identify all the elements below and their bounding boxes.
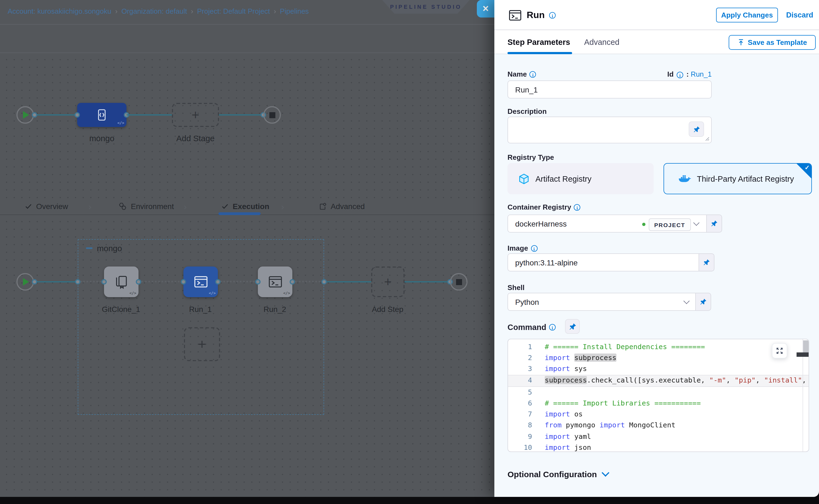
docker-icon bbox=[678, 173, 691, 184]
yaml-code-badge: </> bbox=[117, 121, 124, 125]
info-icon[interactable]: i bbox=[549, 12, 556, 19]
connector-port bbox=[32, 279, 37, 285]
step-label[interactable]: Run_2 bbox=[250, 305, 299, 314]
apply-changes-button[interactable]: Apply Changes bbox=[716, 8, 778, 22]
collapse-group-icon[interactable] bbox=[86, 247, 92, 249]
code-line[interactable]: 3import sys bbox=[508, 364, 809, 375]
dotted-connector bbox=[295, 281, 324, 282]
pin-runtime-input-button[interactable] bbox=[699, 253, 714, 271]
breadcrumb-separator: › bbox=[191, 7, 193, 15]
step-group-mongo bbox=[78, 239, 324, 415]
breadcrumb-link[interactable]: Pipelines bbox=[280, 7, 309, 15]
command-code-editor[interactable]: 1# ====== Install Dependencies ========2… bbox=[508, 339, 809, 452]
tab-advanced[interactable]: Advanced bbox=[584, 38, 620, 47]
add-parallel-step-button[interactable]: + bbox=[184, 327, 220, 361]
save-as-template-button[interactable]: Save as Template bbox=[729, 35, 816, 50]
pin-runtime-input-button[interactable] bbox=[689, 121, 704, 137]
add-step-button[interactable]: + bbox=[371, 267, 404, 297]
container-registry-select[interactable]: dockerHarness PROJECT bbox=[508, 215, 707, 233]
line-number: 3 bbox=[508, 364, 532, 375]
connector-port bbox=[136, 279, 141, 285]
step-label[interactable]: GitClone_1 bbox=[96, 305, 146, 314]
info-icon[interactable]: i bbox=[531, 245, 537, 251]
line-number: 5 bbox=[508, 387, 532, 398]
code-line[interactable]: 2import subprocess bbox=[508, 352, 809, 363]
info-icon[interactable]: i bbox=[574, 204, 581, 210]
active-tab-underline bbox=[218, 212, 260, 215]
tab-execution[interactable]: Execution bbox=[221, 202, 269, 211]
code-line[interactable]: 5 bbox=[508, 387, 809, 398]
code-lines: 1# ====== Install Dependencies ========2… bbox=[508, 339, 809, 452]
panel-title: Run bbox=[527, 10, 545, 21]
description-label-text: Description bbox=[508, 107, 547, 115]
stage-label[interactable]: mongo bbox=[77, 134, 126, 143]
tab-overview[interactable]: Overview bbox=[25, 202, 68, 211]
id-value-link[interactable]: Run_1 bbox=[691, 70, 712, 78]
optional-configuration-toggle[interactable]: Optional Configuration bbox=[508, 470, 609, 479]
line-number: 4 bbox=[508, 375, 532, 386]
chevron-down-icon[interactable] bbox=[693, 220, 700, 226]
image-input[interactable]: python:3.11-alpine bbox=[508, 253, 699, 271]
line-number: 1 bbox=[508, 341, 532, 352]
code-line[interactable]: 9import yaml bbox=[508, 431, 809, 442]
id-colon: : bbox=[686, 70, 689, 78]
step-node-gitclone-1[interactable]: </> bbox=[104, 267, 138, 297]
plus-icon: + bbox=[192, 107, 199, 123]
tab-environment[interactable]: Environment bbox=[118, 202, 174, 211]
tab-advanced[interactable]: Advanced bbox=[318, 202, 365, 211]
code-line[interactable]: 6# ====== Import Libraries =========== bbox=[508, 398, 809, 409]
resize-handle-icon[interactable] bbox=[705, 137, 710, 141]
breadcrumb[interactable]: Account: kurosakiichigo.songoku›Organiza… bbox=[8, 7, 309, 15]
breadcrumb-link[interactable]: Organization: default bbox=[121, 7, 187, 15]
chevron-down-icon[interactable] bbox=[684, 298, 690, 304]
step-node-run-2[interactable]: </> bbox=[258, 267, 292, 297]
code-line[interactable]: 10import json bbox=[508, 442, 809, 452]
stage-node-mongo[interactable]: </> bbox=[77, 103, 126, 127]
stage-graph-canvas[interactable] bbox=[0, 53, 494, 200]
registry-option-third-party[interactable]: Third-Party Artifact Registry ✓ bbox=[664, 163, 812, 194]
breadcrumb-link[interactable]: Project: Default Project bbox=[197, 7, 270, 15]
plus-icon: + bbox=[384, 274, 392, 289]
code-line[interactable]: 4subprocess.check_call([sys.executable, … bbox=[508, 375, 809, 387]
dotted-connector bbox=[141, 281, 183, 282]
registry-option-artifact[interactable]: Artifact Registry bbox=[508, 163, 654, 194]
container-registry-value: dockerHarness bbox=[515, 219, 567, 228]
discard-button[interactable]: Discard bbox=[786, 11, 813, 19]
dotted-connector bbox=[80, 281, 104, 282]
code-line[interactable]: 7import os bbox=[508, 409, 809, 420]
code-text: import json bbox=[532, 442, 591, 452]
code-line[interactable]: 1# ====== Install Dependencies ======== bbox=[508, 341, 809, 352]
step-node-run-1[interactable]: </> bbox=[183, 267, 218, 297]
expand-editor-button[interactable] bbox=[772, 343, 787, 358]
fullscreen-icon bbox=[776, 347, 783, 355]
add-stage-button[interactable]: + bbox=[172, 103, 219, 127]
code-line[interactable]: 8from pymongo import MongoClient bbox=[508, 420, 809, 431]
breadcrumb-link[interactable]: Account: kurosakiichigo.songoku bbox=[8, 7, 111, 15]
add-stage-label[interactable]: Add Stage bbox=[172, 134, 219, 143]
apply-changes-label: Apply Changes bbox=[721, 11, 773, 19]
connector-port bbox=[321, 279, 327, 285]
pin-runtime-input-button[interactable] bbox=[565, 319, 580, 334]
step-group-label[interactable]: mongo bbox=[97, 244, 122, 253]
breadcrumb-separator: › bbox=[115, 7, 118, 15]
hexagons-icon bbox=[118, 202, 127, 211]
registry-option-label: Artifact Registry bbox=[536, 174, 592, 183]
info-icon[interactable]: i bbox=[677, 71, 683, 78]
add-step-label[interactable]: Add Step bbox=[363, 305, 412, 314]
scrollbar-thumb[interactable] bbox=[803, 340, 809, 352]
step-label[interactable]: Run_1 bbox=[176, 305, 225, 314]
code-text: # ====== Import Libraries =========== bbox=[532, 398, 701, 409]
tab-step-parameters[interactable]: Step Parameters bbox=[508, 38, 570, 47]
info-icon[interactable]: i bbox=[549, 324, 556, 331]
pin-runtime-input-button[interactable] bbox=[707, 215, 722, 233]
close-panel-button[interactable]: × bbox=[477, 0, 494, 18]
id-label: Id bbox=[667, 70, 674, 78]
breadcrumb-separator: › bbox=[274, 7, 276, 15]
pin-runtime-input-button[interactable] bbox=[696, 293, 711, 311]
description-textarea[interactable] bbox=[508, 117, 712, 143]
info-icon[interactable]: i bbox=[530, 71, 536, 77]
scrollbar-marker[interactable] bbox=[797, 352, 809, 357]
name-input[interactable]: Run_1 bbox=[508, 80, 712, 99]
pipeline-studio-background: Account: kurosakiichigo.songoku›Organiza… bbox=[0, 0, 494, 497]
shell-select[interactable]: Python bbox=[508, 293, 696, 311]
